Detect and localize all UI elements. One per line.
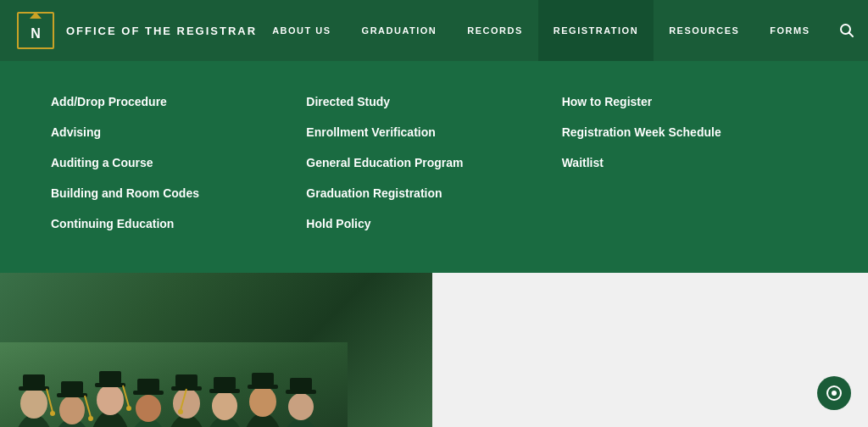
svg-point-38 [88, 416, 93, 421]
main-nav: ABOUT US GRADUATION RECORDS REGISTRATION… [257, 0, 867, 61]
svg-point-11 [20, 388, 47, 419]
nav-graduation[interactable]: GRADUATION [347, 0, 453, 61]
svg-point-44 [832, 391, 837, 396]
svg-point-12 [59, 396, 85, 424]
svg-point-13 [97, 385, 124, 415]
dropdown-col-1: Add/Drop Procedure Advising Auditing a C… [51, 86, 306, 239]
svg-rect-34 [290, 378, 312, 391]
svg-rect-20 [23, 374, 45, 387]
site-header: N OFFICE OF THE REGISTRAR ABOUT US GRADU… [0, 0, 868, 61]
svg-point-18 [288, 393, 314, 420]
nav-about-us[interactable]: ABOUT US [257, 0, 346, 61]
logo-area[interactable]: N OFFICE OF THE REGISTRAR [17, 12, 257, 49]
svg-rect-24 [99, 371, 121, 384]
grad-image-placeholder [0, 273, 432, 427]
svg-point-17 [249, 386, 276, 417]
svg-rect-32 [252, 373, 274, 385]
link-graduation-reg[interactable]: Graduation Registration [306, 178, 561, 208]
logo-letters: N [31, 26, 41, 42]
link-waitlist[interactable]: Waitlist [562, 147, 817, 178]
org-name: OFFICE OF THE REGISTRAR [66, 25, 257, 37]
nav-forms[interactable]: FORMS [754, 0, 825, 61]
svg-point-16 [212, 391, 237, 420]
registration-dropdown: Add/Drop Procedure Advising Auditing a C… [0, 61, 868, 273]
svg-point-15 [173, 388, 200, 419]
link-continuing-ed[interactable]: Continuing Education [51, 208, 306, 239]
chat-bubble[interactable] [817, 376, 851, 410]
svg-rect-30 [214, 377, 236, 390]
svg-rect-26 [137, 379, 159, 391]
right-content-area [432, 273, 868, 427]
graduation-image [0, 273, 432, 427]
nav-records[interactable]: RECORDS [452, 0, 538, 61]
link-add-drop[interactable]: Add/Drop Procedure [51, 86, 306, 117]
svg-line-1 [849, 33, 853, 37]
link-auditing[interactable]: Auditing a Course [51, 147, 306, 178]
link-reg-week-schedule[interactable]: Registration Week Schedule [562, 117, 817, 147]
search-icon[interactable] [826, 0, 868, 61]
dropdown-col-3: How to Register Registration Week Schedu… [562, 86, 817, 239]
link-advising[interactable]: Advising [51, 117, 306, 147]
nav-resources[interactable]: RESOURCES [654, 0, 754, 61]
nav-registration[interactable]: REGISTRATION [538, 0, 654, 61]
link-how-to-register[interactable]: How to Register [562, 86, 817, 117]
svg-point-42 [178, 409, 183, 414]
svg-rect-28 [175, 374, 198, 387]
logo-icon: N [17, 12, 54, 49]
svg-rect-22 [61, 381, 83, 394]
link-hold-policy[interactable]: Hold Policy [306, 208, 561, 239]
svg-point-36 [50, 411, 55, 416]
link-building-room[interactable]: Building and Room Codes [51, 178, 306, 208]
link-enrollment-verification[interactable]: Enrollment Verification [306, 117, 561, 147]
link-general-ed[interactable]: General Education Program [306, 147, 561, 178]
content-area [0, 273, 868, 427]
dropdown-col-2: Directed Study Enrollment Verification G… [306, 86, 561, 239]
svg-point-14 [136, 395, 161, 422]
link-directed-study[interactable]: Directed Study [306, 86, 561, 117]
svg-point-40 [126, 406, 131, 411]
